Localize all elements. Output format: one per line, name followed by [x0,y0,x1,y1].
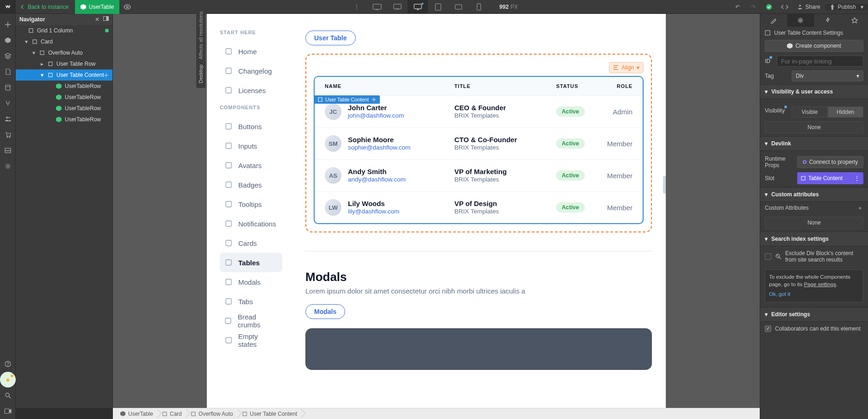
nav-item[interactable]: ▾User Table Content [16,69,112,81]
section-custom-attributes[interactable]: ▾Custom attributes [760,187,868,202]
table-row[interactable]: SMSophie Mooresophie@dashflow.comCTO & C… [315,127,643,159]
publish-button[interactable]: Publish▾ [825,4,868,10]
users-icon[interactable] [0,111,16,127]
tab-interactions-icon[interactable] [814,14,841,27]
sidebar-item[interactable]: Tabs [220,292,282,311]
tag-select[interactable]: Div▾ [792,70,863,81]
device-landscape-icon[interactable] [448,0,469,14]
device-mobile-icon[interactable] [469,0,489,14]
sidebar-item[interactable]: Cards [220,233,282,253]
person-email[interactable]: john@dashflow.com [348,112,404,120]
selection-tag[interactable]: User Table Content [314,95,380,104]
code-icon[interactable] [777,0,793,14]
sidebar-item[interactable]: Avatars [220,156,282,175]
audit-icon[interactable] [0,372,16,388]
sidebar-item[interactable]: Tables [220,253,282,272]
section-devlink[interactable]: ▾Devlink [760,136,868,151]
nav-item[interactable]: Grid 1 Column [16,25,112,36]
undo-icon[interactable]: ↶ [730,0,745,14]
id-input[interactable] [777,56,863,67]
nav-item[interactable]: UserTableRow [16,81,112,92]
nav-item[interactable]: ▸User Table Row [16,58,112,69]
breadcrumb-item[interactable]: Overflow Auto [186,408,238,419]
table-row[interactable]: ASAndy Smithandy@dashflow.comVP of Marke… [315,159,643,191]
nav-item[interactable]: UserTableRow [16,103,112,114]
sidebar-item[interactable]: Tooltips [220,194,282,214]
pages-icon[interactable] [0,64,16,80]
status-ok-icon[interactable] [761,0,777,14]
align-button[interactable]: Align ▾ [609,62,644,73]
section-editor-settings[interactable]: ▾Editor settings [760,307,868,322]
sidebar-item[interactable]: Notifications [220,214,282,233]
sidebar-item[interactable]: Empty states [220,331,282,350]
add-attribute-icon[interactable]: ＋ [857,205,863,211]
nav-item[interactable]: ▾Overflow Auto [16,47,112,58]
share-button[interactable]: Share [793,4,825,10]
preview-icon[interactable] [119,4,135,10]
canvas[interactable]: START HEREHomeChangelogLicensesCOMPONENT… [207,14,666,408]
tab-settings-icon[interactable] [787,14,814,27]
webflow-logo-icon[interactable] [0,0,16,14]
sidebar-item[interactable]: Changelog [220,61,282,81]
device-tablet-icon[interactable] [428,0,448,14]
person-email[interactable]: lily@dashflow.com [348,207,399,216]
tab-effects-icon[interactable] [841,14,868,27]
component-name-tab[interactable]: UserTable [75,0,119,14]
connect-property-button[interactable]: Connect to property [797,156,863,168]
modals-pill[interactable]: Modals [305,304,345,319]
sidebar-item[interactable]: Badges [220,175,282,194]
slot-value[interactable]: Table Content ⋮ [797,172,863,184]
sidebar-item[interactable]: Buttons [220,117,282,136]
visibility-hidden[interactable]: Hidden [828,106,864,118]
svg-point-44 [373,99,375,100]
back-to-instance-link[interactable]: Back to instance [16,0,75,14]
redo-icon[interactable]: ↷ [745,0,761,14]
settings-icon[interactable] [0,158,16,174]
navigator-dock-icon[interactable] [103,16,109,23]
visibility-visible[interactable]: Visible [792,106,828,118]
table-row[interactable]: LWLily Woodslily@dashflow.comVP of Desig… [315,191,643,223]
video-icon[interactable] [0,403,16,419]
page-settings-link[interactable]: Page settings [804,281,836,287]
nav-item[interactable]: ▾Card [16,36,112,47]
logic-icon[interactable] [0,95,16,111]
breadcrumb-item[interactable]: UserTable [116,408,158,419]
components-icon[interactable] [0,32,16,48]
assets-icon[interactable] [0,143,16,158]
search-icon[interactable] [0,388,16,403]
svg-point-0 [126,6,128,8]
resize-handle[interactable] [663,176,666,194]
device-desktop-icon[interactable] [408,0,428,14]
nav-item[interactable]: UserTableRow [16,92,112,103]
breadcrumb-item[interactable]: Card [158,408,186,419]
tab-style-icon[interactable] [760,14,787,27]
sidebar-item[interactable]: Licenses [220,81,282,100]
cms-icon[interactable] [0,80,16,95]
device-lg-icon[interactable] [387,0,408,14]
breadcrumb-item[interactable]: User Table Content [238,408,302,419]
person-email[interactable]: sophie@dashflow.com [348,144,410,152]
ecommerce-icon[interactable] [0,127,16,143]
visibility-none[interactable]: None [765,121,863,133]
section-search-index[interactable]: ▾Search index settings [760,231,868,246]
sidebar-item[interactable]: Modals [220,272,282,292]
person-email[interactable]: andy@dashflow.com [348,175,406,184]
help-icon[interactable] [0,356,16,372]
sidebar-item[interactable]: Bread crumbs [220,311,282,331]
sidebar-item[interactable]: Inputs [220,136,282,156]
create-component-button[interactable]: Create component [765,40,863,52]
nav-item[interactable]: UserTableRow [16,114,112,125]
collaborators-checkbox[interactable]: ✓ [765,325,771,332]
device-xl-icon[interactable] [367,0,387,14]
section-visibility[interactable]: ▾Visibility & user access [760,84,868,99]
exclude-search-row[interactable]: Exclude Div Block's content from site se… [760,246,868,267]
exclude-search-checkbox[interactable] [765,253,771,260]
navigator-close-icon[interactable]: ✕ [95,16,99,23]
ok-got-it-link[interactable]: Ok, got it [769,291,790,298]
collaborators-row[interactable]: ✓ Collaborators can edit this element [760,322,868,336]
layers-icon[interactable] [0,48,16,64]
usertable-pill[interactable]: User Table [305,31,356,45]
sidebar-item[interactable]: Home [220,42,282,61]
add-icon[interactable] [0,17,16,32]
more-icon[interactable]: ⋮ [347,0,367,14]
